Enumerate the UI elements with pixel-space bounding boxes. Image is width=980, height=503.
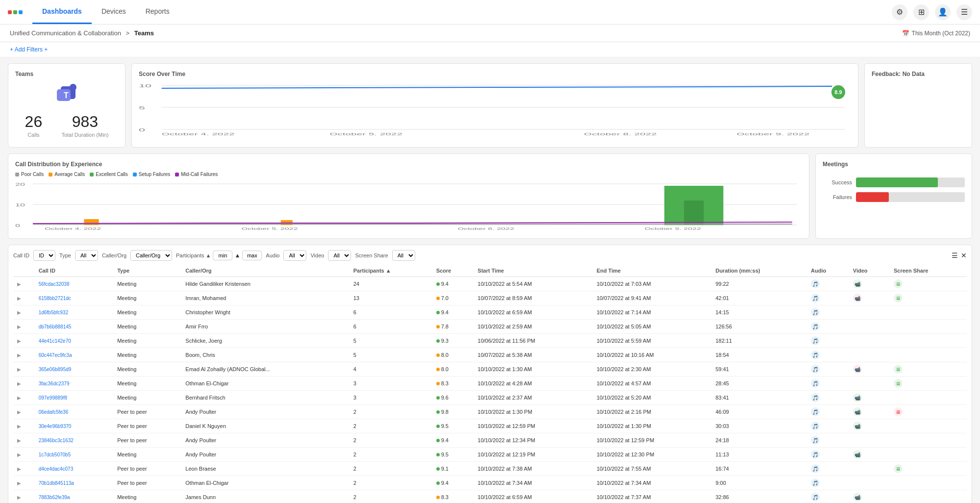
grid-icon[interactable]: ⊞ xyxy=(913,4,929,20)
caller-filter[interactable]: Caller/Org xyxy=(130,250,172,261)
th-end[interactable]: End Time xyxy=(593,265,712,277)
participants-max-input[interactable] xyxy=(242,251,262,260)
row-expand[interactable]: ▶ xyxy=(13,305,35,320)
table-row[interactable]: ▶ 3fac36dc2379 Meeting Othman El-Chigar … xyxy=(13,377,967,391)
th-score[interactable]: Score xyxy=(432,265,474,277)
table-row[interactable]: ▶ 30e4e96b9370 Peer to peer Daniel K Ngu… xyxy=(13,419,967,433)
video-filter[interactable]: All xyxy=(328,250,351,261)
th-caller[interactable]: Caller/Org xyxy=(181,265,349,277)
row-participants: 13 xyxy=(350,291,432,305)
row-start: 10/10/2022 at 12:19 PM xyxy=(474,448,593,462)
table-row[interactable]: ▶ 1c7dcb5070b5 Meeting Andy Poulter 2 9.… xyxy=(13,448,967,462)
menu-icon[interactable]: ☰ xyxy=(956,4,972,20)
th-audio[interactable]: Audio xyxy=(807,265,849,277)
row-video xyxy=(849,348,890,362)
table-row[interactable]: ▶ 70b1db845113a Peer to peer Othman El-C… xyxy=(13,476,967,490)
tab-devices[interactable]: Devices xyxy=(92,0,136,24)
row-expand[interactable]: ▶ xyxy=(13,448,35,462)
row-caller: Amir Frro xyxy=(181,320,349,334)
row-expand[interactable]: ▶ xyxy=(13,362,35,377)
table-row[interactable]: ▶ 56fcdac32038 Meeting Hilde Gandiliker … xyxy=(13,277,967,291)
row-call-id: 7883b62fe39a xyxy=(35,490,114,503)
table-row[interactable]: ▶ 7883b62fe39a Meeting James Dunn 2 8.3 … xyxy=(13,490,967,503)
date-filter[interactable]: 📅 This Month (Oct 2022) xyxy=(902,30,970,37)
type-filter[interactable]: All xyxy=(75,250,98,261)
row-duration: 28:45 xyxy=(711,377,807,391)
row-expand[interactable]: ▶ xyxy=(13,490,35,503)
th-start[interactable]: Start Time xyxy=(474,265,593,277)
user-icon[interactable]: 👤 xyxy=(935,4,951,20)
svg-text:October 9, 2022: October 9, 2022 xyxy=(645,226,701,230)
row-expand[interactable]: ▶ xyxy=(13,405,35,419)
th-call-id[interactable]: Call ID xyxy=(35,265,114,277)
tab-reports[interactable]: Reports xyxy=(136,0,179,24)
row-screen xyxy=(890,305,967,320)
row-expand[interactable]: ▶ xyxy=(13,377,35,391)
table-row[interactable]: ▶ 44e41c142e70 Meeting Schlicke, Joerg 5… xyxy=(13,334,967,348)
row-expand[interactable]: ▶ xyxy=(13,348,35,362)
meetings-panel: Meetings Success Failures xyxy=(815,153,972,239)
screen-share-label: Screen Share xyxy=(355,252,388,258)
video-ok-icon: 📹 xyxy=(853,493,862,502)
audio-ok-icon: 🎵 xyxy=(811,436,820,445)
row-caller: Andy Poulter xyxy=(181,405,349,419)
audio-filter[interactable]: All xyxy=(283,250,306,261)
add-filter-button[interactable]: + Add Filters + xyxy=(10,46,48,53)
row-expand[interactable]: ▶ xyxy=(13,419,35,433)
table-row[interactable]: ▶ d4ce4dac4c073 Peer to peer Leon Braese… xyxy=(13,462,967,476)
row-video: 📹 xyxy=(849,391,890,405)
row-type: Peer to peer xyxy=(113,462,181,476)
row-start: 10/07/2022 at 5:38 AM xyxy=(474,348,593,362)
row-type: Meeting xyxy=(113,448,181,462)
row-participants: 5 xyxy=(350,334,432,348)
participants-min-input[interactable] xyxy=(213,251,232,260)
row-video xyxy=(849,334,890,348)
table-row[interactable]: ▶ 365e06b895d9 Meeting Emad Al Zohailly … xyxy=(13,362,967,377)
row-duration: 30:03 xyxy=(711,419,807,433)
table-row[interactable]: ▶ 097e99889f8 Meeting Bernhard Fritsch 3… xyxy=(13,391,967,405)
close-icon[interactable]: ✕ xyxy=(961,252,967,259)
th-video[interactable]: Video xyxy=(849,265,890,277)
list-view-icon[interactable]: ☰ xyxy=(952,252,958,259)
filter-icon[interactable]: ⚙ xyxy=(892,4,907,20)
row-expand[interactable]: ▶ xyxy=(13,391,35,405)
calls-stat: 26 Calls xyxy=(25,113,43,138)
row-expand[interactable]: ▶ xyxy=(13,291,35,305)
screen-share-filter[interactable]: All xyxy=(392,250,415,261)
app-logo xyxy=(8,10,23,14)
row-start: 10/06/2022 at 11:56 PM xyxy=(474,334,593,348)
table-row[interactable]: ▶ db7b6b888145 Meeting Amir Frro 6 7.8 1… xyxy=(13,320,967,334)
row-duration: 18:54 xyxy=(711,348,807,362)
breadcrumb-parent[interactable]: Unified Communication & Collaboration xyxy=(10,29,121,37)
legend-average-dot xyxy=(49,173,52,176)
row-participants: 6 xyxy=(350,320,432,334)
top-row: Teams T 26 Calls 983 Total Duration (Min… xyxy=(8,63,972,148)
row-expand[interactable]: ▶ xyxy=(13,334,35,348)
table-row[interactable]: ▶ 6158bb2721dc Meeting Imran, Mohamed 13… xyxy=(13,291,967,305)
row-video: 📹 xyxy=(849,405,890,419)
table-row[interactable]: ▶ 1d6fb5bfc932 Meeting Christopher Wrigh… xyxy=(13,305,967,320)
row-type: Peer to peer xyxy=(113,476,181,490)
tab-dashboards[interactable]: Dashboards xyxy=(32,0,92,24)
th-type[interactable]: Type xyxy=(113,265,181,277)
call-id-filter[interactable]: ID xyxy=(33,250,55,261)
row-start: 10/10/2022 at 1:30 PM xyxy=(474,405,593,419)
row-start: 10/10/2022 at 5:54 AM xyxy=(474,277,593,291)
table-row[interactable]: ▶ 60c447ec9fc3a Meeting Boom, Chris 5 8.… xyxy=(13,348,967,362)
row-expand[interactable]: ▶ xyxy=(13,320,35,334)
svg-text:10: 10 xyxy=(139,83,151,88)
row-video: 📹 xyxy=(849,419,890,433)
table-row[interactable]: ▶ 23846bc3c1632 Peer to peer Andy Poulte… xyxy=(13,433,967,448)
th-duration[interactable]: Duration (mm:ss) xyxy=(711,265,807,277)
row-call-id: 1c7dcb5070b5 xyxy=(35,448,114,462)
row-expand[interactable]: ▶ xyxy=(13,277,35,291)
svg-text:10: 10 xyxy=(15,202,25,207)
calls-table: Call ID Type Caller/Org Participants ▲ S… xyxy=(13,265,967,503)
row-expand[interactable]: ▶ xyxy=(13,433,35,448)
row-expand[interactable]: ▶ xyxy=(13,476,35,490)
row-expand[interactable]: ▶ xyxy=(13,462,35,476)
legend-average: Average Calls xyxy=(49,172,85,177)
th-participants[interactable]: Participants ▲ xyxy=(350,265,432,277)
table-row[interactable]: ▶ 06edafc5fe36 Peer to peer Andy Poulter… xyxy=(13,405,967,419)
th-screen[interactable]: Screen Share xyxy=(890,265,967,277)
